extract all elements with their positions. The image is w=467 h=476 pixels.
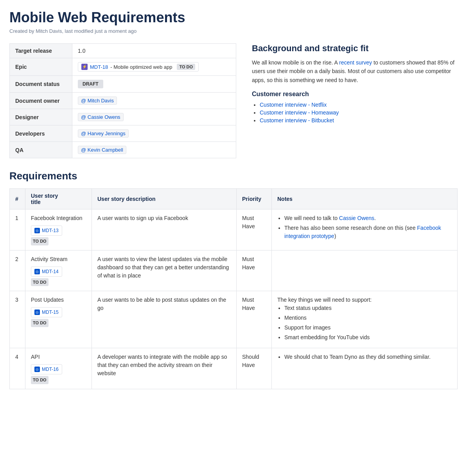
value-target-release: 1.0 bbox=[72, 44, 236, 58]
ticket-link-mdt16[interactable]: MDT-16 bbox=[42, 366, 59, 373]
row-priority: Must Have bbox=[237, 291, 272, 348]
value-doc-owner: @ Mitch Davis bbox=[72, 93, 236, 109]
table-row: Epic ⚡ MDT-18 - Mobile optimized web app… bbox=[10, 58, 236, 76]
list-item: Customer interview - Netflix bbox=[260, 102, 458, 108]
value-epic: ⚡ MDT-18 - Mobile optimized web app TO D… bbox=[72, 58, 236, 76]
list-item: Customer interview - Bitbucket bbox=[260, 117, 458, 123]
mention-mitch-davis[interactable]: @ Mitch Davis bbox=[78, 97, 117, 105]
value-doc-status: DRAFT bbox=[72, 76, 236, 93]
row-priority: Must Have bbox=[237, 250, 272, 291]
customer-interview-homeaway-link[interactable]: Customer interview - Homeaway bbox=[260, 109, 339, 116]
mention-cassie-owens[interactable]: @ Cassie Owens bbox=[78, 113, 124, 121]
col-header-num: # bbox=[10, 189, 25, 209]
row-title: Activity Stream ◎ MDT-14 TO DO bbox=[25, 250, 92, 291]
epic-badge[interactable]: ⚡ MDT-18 - Mobile optimized web app TO D… bbox=[78, 62, 199, 72]
row-title: Facebook Integration ◎ MDT-13 TO DO bbox=[25, 209, 92, 251]
story-badge-mdt13[interactable]: ◎ MDT-13 bbox=[31, 225, 62, 236]
facebook-prototype-link[interactable]: Facebook integration prototype bbox=[284, 225, 441, 239]
col-header-desc: User story description bbox=[92, 189, 237, 209]
table-row: Document status DRAFT bbox=[10, 76, 236, 93]
label-designer: Designer bbox=[10, 109, 72, 125]
row-title: Post Updates ◎ MDT-15 TO DO bbox=[25, 291, 92, 348]
label-qa: QA bbox=[10, 142, 72, 158]
col-header-priority: Priority bbox=[237, 189, 272, 209]
story-badge-mdt14[interactable]: ◎ MDT-14 bbox=[31, 267, 62, 277]
row-notes: The key things we will need to support: … bbox=[272, 291, 458, 348]
row-notes bbox=[272, 250, 458, 291]
notes-intro: The key things we will need to support: bbox=[277, 297, 372, 303]
table-row: 2 Activity Stream ◎ MDT-14 TO DO A user … bbox=[10, 250, 458, 291]
story-badge-mdt15[interactable]: ◎ MDT-15 bbox=[31, 307, 62, 317]
table-row: Target release 1.0 bbox=[10, 44, 236, 58]
list-item: We should chat to Team Dyno as they did … bbox=[284, 353, 452, 361]
customer-research-list: Customer interview - Netflix Customer in… bbox=[252, 102, 458, 123]
label-doc-status: Document status bbox=[10, 76, 72, 93]
col-header-title: User storytitle bbox=[25, 189, 92, 209]
row-description: A user wants to sign up via Facebook bbox=[92, 209, 237, 251]
mention-harvey-jennings[interactable]: @ Harvey Jennings bbox=[78, 129, 129, 138]
ticket-link-mdt14[interactable]: MDT-14 bbox=[42, 268, 59, 275]
story-icon: ◎ bbox=[34, 269, 40, 274]
ticket-link-mdt13[interactable]: MDT-13 bbox=[42, 227, 59, 234]
list-item: Support for images bbox=[284, 324, 452, 332]
label-developers: Developers bbox=[10, 125, 72, 142]
background-title: Background and strategic fit bbox=[252, 43, 458, 54]
label-doc-owner: Document owner bbox=[10, 93, 72, 109]
todo-badge: TO DO bbox=[177, 64, 195, 70]
customer-interview-netflix-link[interactable]: Customer interview - Netflix bbox=[260, 102, 327, 108]
requirements-section: Requirements # User storytitle User stor… bbox=[9, 170, 458, 389]
row-num: 2 bbox=[10, 250, 25, 291]
row-priority: Should Have bbox=[237, 348, 272, 389]
story-icon: ◎ bbox=[34, 367, 40, 372]
page-title: Mobile Web Requirements bbox=[9, 9, 458, 26]
story-todo: TO DO bbox=[31, 319, 48, 327]
table-row: Developers @ Harvey Jennings bbox=[10, 125, 236, 142]
story-icon: ◎ bbox=[34, 228, 40, 233]
row-notes: We should chat to Team Dyno as they did … bbox=[272, 348, 458, 389]
draft-badge: DRAFT bbox=[78, 80, 103, 88]
row-description: A developer wants to integrate with the … bbox=[92, 348, 237, 389]
row-priority: Must Have bbox=[237, 209, 272, 251]
table-row: 4 API ◎ MDT-16 TO DO A developer wants t… bbox=[10, 348, 458, 389]
story-icon: ◎ bbox=[34, 310, 40, 315]
customer-interview-bitbucket-link[interactable]: Customer interview - Bitbucket bbox=[260, 117, 334, 123]
story-badge-mdt16[interactable]: ◎ MDT-16 bbox=[31, 364, 62, 374]
table-row: Document owner @ Mitch Davis bbox=[10, 93, 236, 109]
story-todo: TO DO bbox=[31, 237, 48, 245]
list-item: Customer interview - Homeaway bbox=[260, 109, 458, 116]
info-table: Target release 1.0 Epic ⚡ MDT-18 - Mobil… bbox=[9, 43, 236, 158]
customer-research-title: Customer research bbox=[252, 91, 458, 98]
col-header-notes: Notes bbox=[272, 189, 458, 209]
row-num: 1 bbox=[10, 209, 25, 251]
right-section: Background and strategic fit We all know… bbox=[252, 43, 458, 158]
row-num: 4 bbox=[10, 348, 25, 389]
table-header-row: # User storytitle User story description… bbox=[10, 189, 458, 209]
epic-link-desc: - Mobile optimized web app bbox=[110, 64, 172, 70]
story-todo: TO DO bbox=[31, 278, 48, 286]
table-row: 3 Post Updates ◎ MDT-15 TO DO A user wan… bbox=[10, 291, 458, 348]
page-meta: Created by Mitch Davis, last modified ju… bbox=[9, 28, 458, 34]
row-num: 3 bbox=[10, 291, 25, 348]
epic-icon: ⚡ bbox=[81, 64, 88, 70]
list-item: Text status updates bbox=[284, 304, 452, 312]
mention-kevin-campbell[interactable]: @ Kevin Campbell bbox=[78, 146, 126, 154]
requirements-title: Requirements bbox=[9, 170, 458, 182]
row-notes: We will need to talk to Cassie Owens. Th… bbox=[272, 209, 458, 251]
row-title: API ◎ MDT-16 TO DO bbox=[25, 348, 92, 389]
table-row: QA @ Kevin Campbell bbox=[10, 142, 236, 158]
story-todo: TO DO bbox=[31, 376, 48, 384]
value-developers: @ Harvey Jennings bbox=[72, 125, 236, 142]
epic-link[interactable]: MDT-18 bbox=[90, 64, 108, 70]
table-row: Designer @ Cassie Owens bbox=[10, 109, 236, 125]
ticket-link-mdt15[interactable]: MDT-15 bbox=[42, 309, 59, 316]
row-description: A user wants to view the latest updates … bbox=[92, 250, 237, 291]
background-paragraph: We all know mobile is on the rise. A rec… bbox=[252, 58, 458, 84]
label-epic: Epic bbox=[10, 58, 72, 76]
requirements-table: # User storytitle User story description… bbox=[9, 188, 458, 389]
recent-survey-link[interactable]: recent survey bbox=[339, 59, 372, 66]
label-target-release: Target release bbox=[10, 44, 72, 58]
value-designer: @ Cassie Owens bbox=[72, 109, 236, 125]
list-item: Smart embedding for YouTube vids bbox=[284, 333, 452, 342]
top-section: Target release 1.0 Epic ⚡ MDT-18 - Mobil… bbox=[9, 43, 458, 158]
cassie-owens-link[interactable]: Cassie Owens bbox=[339, 215, 374, 221]
